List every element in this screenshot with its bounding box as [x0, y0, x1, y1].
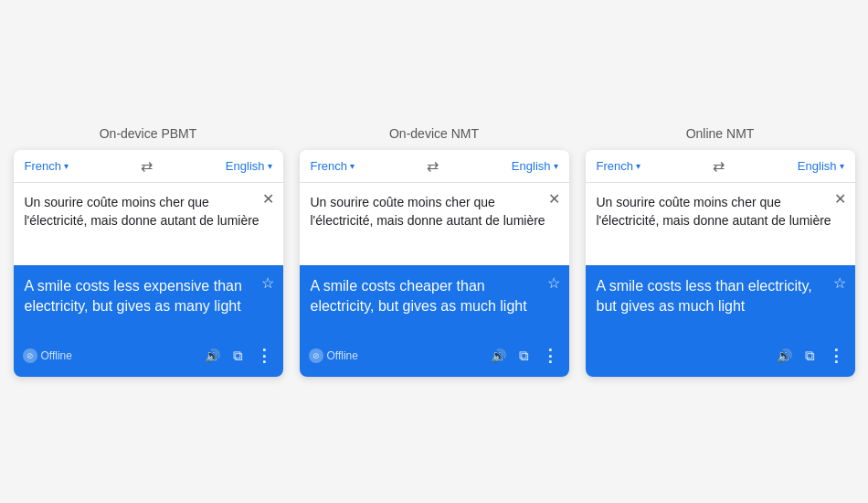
source-lang-button-nmt[interactable]: French▾: [311, 159, 355, 173]
swap-icon: ⇄: [713, 157, 725, 175]
output-area-nmt: A smile costs cheaper than electricity, …: [300, 265, 569, 338]
copy-button-nmt[interactable]: ⧉: [517, 346, 531, 366]
swap-languages-button-nmt[interactable]: ⇄: [355, 157, 512, 175]
output-footer-nmt: ⊘Offline🔊⧉⋮: [300, 338, 569, 377]
target-lang-label: English: [798, 159, 837, 173]
source-lang-label: French: [311, 159, 347, 173]
clear-input-button-pbmt[interactable]: ✕: [262, 192, 274, 207]
star-icon: ☆: [261, 275, 274, 291]
copy-button-pbmt[interactable]: ⧉: [231, 346, 245, 366]
speaker-icon: 🔊: [205, 348, 220, 363]
clear-input-button-nmt[interactable]: ✕: [548, 192, 560, 207]
input-text-pbmt: Un sourire coûte moins cher que l'électr…: [25, 194, 272, 230]
swap-icon: ⇄: [141, 157, 153, 175]
offline-badge-nmt: ⊘Offline: [309, 348, 358, 363]
output-area-online-nmt: A smile costs less than electricity, but…: [586, 265, 855, 338]
favorite-button-nmt[interactable]: ☆: [547, 274, 560, 292]
target-lang-chevron-icon: ▾: [840, 161, 844, 171]
output-text-pbmt: A smile costs less expensive than electr…: [25, 276, 272, 317]
footer-actions-pbmt: 🔊⧉⋮: [203, 344, 274, 368]
speaker-button-online-nmt[interactable]: 🔊: [775, 346, 794, 366]
target-lang-label: English: [512, 159, 551, 173]
card-header-nmt: French▾⇄English▾: [300, 150, 569, 183]
target-lang-chevron-icon: ▾: [554, 161, 558, 171]
swap-icon: ⇄: [427, 157, 439, 175]
offline-badge-pbmt: ⊘Offline: [23, 348, 72, 363]
clear-icon: ✕: [548, 191, 560, 207]
more-icon: ⋮: [256, 347, 272, 365]
card-title-nmt: On-device NMT: [389, 126, 479, 141]
output-text-online-nmt: A smile costs less than electricity, but…: [597, 276, 844, 317]
offline-icon: ⊘: [309, 348, 323, 363]
target-lang-label: English: [226, 159, 265, 173]
offline-icon: ⊘: [23, 348, 37, 363]
target-lang-button-pbmt[interactable]: English▾: [226, 159, 272, 173]
copy-button-online-nmt[interactable]: ⧉: [803, 346, 817, 366]
input-area-pbmt: Un sourire coûte moins cher que l'électr…: [14, 183, 283, 265]
target-lang-button-nmt[interactable]: English▾: [512, 159, 558, 173]
clear-icon: ✕: [834, 191, 846, 207]
translation-card-pbmt: French▾⇄English▾Un sourire coûte moins c…: [14, 150, 283, 377]
copy-icon: ⧉: [805, 348, 815, 363]
copy-icon: ⧉: [519, 348, 529, 363]
source-lang-button-online-nmt[interactable]: French▾: [597, 159, 640, 173]
source-lang-label: French: [25, 159, 61, 173]
more-icon: ⋮: [828, 347, 844, 365]
speaker-button-nmt[interactable]: 🔊: [489, 346, 508, 366]
star-icon: ☆: [833, 275, 846, 291]
speaker-icon: 🔊: [491, 348, 506, 363]
output-area-pbmt: A smile costs less expensive than electr…: [14, 265, 283, 338]
source-lang-label: French: [597, 159, 633, 173]
more-icon: ⋮: [542, 347, 558, 365]
card-title-online-nmt: Online NMT: [686, 126, 755, 141]
input-text-nmt: Un sourire coûte moins cher que l'électr…: [311, 194, 558, 230]
target-lang-chevron-icon: ▾: [268, 161, 272, 171]
output-footer-online-nmt: 🔊⧉⋮: [586, 338, 855, 377]
swap-languages-button-pbmt[interactable]: ⇄: [69, 157, 226, 175]
source-lang-button-pbmt[interactable]: French▾: [25, 159, 69, 173]
offline-label: Offline: [41, 349, 72, 362]
input-area-nmt: Un sourire coûte moins cher que l'électr…: [300, 183, 569, 265]
favorite-button-pbmt[interactable]: ☆: [261, 274, 274, 292]
clear-icon: ✕: [262, 191, 274, 207]
footer-actions-nmt: 🔊⧉⋮: [489, 344, 560, 368]
input-text-online-nmt: Un sourire coûte moins cher que l'électr…: [597, 194, 844, 230]
translation-card-nmt: French▾⇄English▾Un sourire coûte moins c…: [300, 150, 569, 377]
offline-label: Offline: [327, 349, 358, 362]
output-text-nmt: A smile costs cheaper than electricity, …: [311, 276, 558, 317]
card-header-pbmt: French▾⇄English▾: [14, 150, 283, 183]
clear-input-button-online-nmt[interactable]: ✕: [834, 192, 846, 207]
output-footer-pbmt: ⊘Offline🔊⧉⋮: [14, 338, 283, 377]
input-area-online-nmt: Un sourire coûte moins cher que l'électr…: [586, 183, 855, 265]
translation-card-online-nmt: French▾⇄English▾Un sourire coûte moins c…: [586, 150, 855, 377]
favorite-button-online-nmt[interactable]: ☆: [833, 274, 846, 292]
speaker-button-pbmt[interactable]: 🔊: [203, 346, 222, 366]
card-wrapper-pbmt: On-device PBMTFrench▾⇄English▾Un sourire…: [14, 126, 283, 377]
main-container: On-device PBMTFrench▾⇄English▾Un sourire…: [0, 108, 868, 395]
speaker-icon: 🔊: [777, 348, 792, 363]
target-lang-button-online-nmt[interactable]: English▾: [798, 159, 844, 173]
card-header-online-nmt: French▾⇄English▾: [586, 150, 855, 183]
star-icon: ☆: [547, 275, 560, 291]
card-wrapper-nmt: On-device NMTFrench▾⇄English▾Un sourire …: [300, 126, 569, 377]
footer-actions-online-nmt: 🔊⧉⋮: [775, 344, 846, 368]
more-options-button-pbmt[interactable]: ⋮: [254, 344, 274, 368]
more-options-button-online-nmt[interactable]: ⋮: [826, 344, 846, 368]
copy-icon: ⧉: [233, 348, 243, 363]
card-title-pbmt: On-device PBMT: [100, 126, 197, 141]
more-options-button-nmt[interactable]: ⋮: [540, 344, 560, 368]
card-wrapper-online-nmt: Online NMTFrench▾⇄English▾Un sourire coû…: [586, 126, 855, 377]
swap-languages-button-online-nmt[interactable]: ⇄: [640, 157, 798, 175]
